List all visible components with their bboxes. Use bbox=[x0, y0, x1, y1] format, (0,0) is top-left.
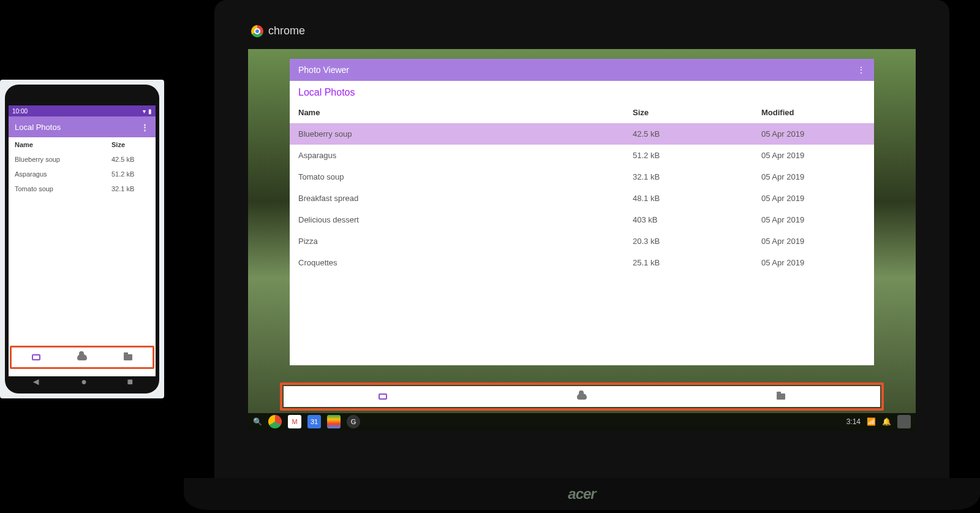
col-size: Size bbox=[633, 108, 761, 117]
chrome-logo-icon bbox=[251, 25, 263, 37]
cell-size: 42.5 kB bbox=[633, 129, 761, 139]
photo-icon bbox=[32, 354, 40, 360]
cell-modified: 05 Apr 2019 bbox=[761, 258, 865, 267]
app-bar: Photo Viewer ⋮ bbox=[290, 59, 874, 81]
cell-name: Asparagus bbox=[298, 151, 633, 160]
cell-modified: 05 Apr 2019 bbox=[761, 215, 865, 224]
overflow-menu-icon[interactable]: ⋮ bbox=[141, 123, 149, 132]
col-name: Name bbox=[298, 108, 633, 117]
phone-app-title: Local Photos bbox=[15, 123, 61, 132]
cell-size: 32.1 kB bbox=[633, 172, 761, 181]
photos-table: Name Size Modified Blueberry soup 42.5 k… bbox=[290, 102, 874, 273]
folder-icon bbox=[777, 393, 785, 400]
cell-size: 32.1 kB bbox=[111, 185, 149, 192]
phone-device-body: 10:00 ▾ ▮ Local Photos ⋮ Name Size Blueb… bbox=[5, 85, 159, 393]
cell-name: Blueberry soup bbox=[15, 156, 111, 163]
cell-size: 42.5 kB bbox=[111, 156, 149, 163]
table-header: Name Size Modified bbox=[290, 102, 874, 123]
cell-name: Blueberry soup bbox=[298, 129, 633, 139]
folder-icon bbox=[124, 354, 132, 360]
col-name: Name bbox=[15, 141, 111, 148]
back-icon[interactable]: ◄ bbox=[31, 376, 41, 387]
cell-size: 51.2 kB bbox=[111, 170, 149, 178]
wifi-icon[interactable]: 📶 bbox=[867, 417, 876, 426]
nav-cloud[interactable] bbox=[59, 349, 105, 366]
laptop-device-frame: chrome Photo Viewer ⋮ Local Photos Name … bbox=[184, 0, 980, 513]
nav-folder[interactable] bbox=[681, 386, 880, 407]
launcher-search-icon[interactable]: 🔍 bbox=[253, 417, 262, 426]
cell-size: 51.2 kB bbox=[633, 151, 761, 160]
table-row[interactable]: Croquettes 25.1 kB 05 Apr 2019 bbox=[290, 252, 874, 273]
table-row[interactable]: Asparagus 51.2 kB bbox=[9, 167, 156, 181]
cell-modified: 05 Apr 2019 bbox=[761, 172, 865, 181]
laptop-lid: chrome Photo Viewer ⋮ Local Photos Name … bbox=[214, 0, 949, 478]
photo-viewer-window: Photo Viewer ⋮ Local Photos Name Size Mo… bbox=[290, 59, 874, 365]
table-row[interactable]: Tomato soup 32.1 kB 05 Apr 2019 bbox=[290, 166, 874, 188]
taskbar-chrome-icon[interactable] bbox=[268, 415, 282, 428]
phone-clock: 10:00 bbox=[12, 108, 28, 115]
cell-modified: 05 Apr 2019 bbox=[761, 237, 865, 246]
nav-photos[interactable] bbox=[284, 386, 483, 407]
table-row[interactable]: Blueberry soup 42.5 kB 05 Apr 2019 bbox=[290, 123, 874, 145]
phone-bottomnav-highlight bbox=[10, 346, 154, 369]
laptop-brand-label: acer bbox=[568, 485, 595, 503]
phone-status-bar: 10:00 ▾ ▮ bbox=[9, 105, 156, 116]
bottom-nav bbox=[284, 386, 880, 407]
table-row[interactable]: Blueberry soup 42.5 kB bbox=[9, 152, 156, 167]
taskbar-gmail-icon[interactable]: M bbox=[288, 415, 301, 428]
cell-name: Tomato soup bbox=[298, 172, 633, 181]
cell-size: 20.3 kB bbox=[633, 237, 761, 246]
cell-name: Delicious dessert bbox=[298, 215, 633, 224]
chrome-brand: chrome bbox=[251, 25, 305, 37]
table-row[interactable]: Breakfast spread 48.1 kB 05 Apr 2019 bbox=[290, 188, 874, 209]
phone-app-bar: Local Photos ⋮ bbox=[9, 116, 156, 137]
laptop-base: acer bbox=[184, 478, 980, 510]
table-row[interactable]: Tomato soup 32.1 kB bbox=[9, 181, 156, 196]
nav-cloud[interactable] bbox=[483, 386, 682, 407]
cell-size: 403 kB bbox=[633, 215, 761, 224]
app-title: Photo Viewer bbox=[298, 65, 349, 75]
cell-name: Breakfast spread bbox=[298, 194, 633, 203]
battery-icon: ▮ bbox=[148, 108, 152, 115]
chromeos-desktop: Photo Viewer ⋮ Local Photos Name Size Mo… bbox=[248, 49, 916, 430]
avatar[interactable] bbox=[897, 415, 911, 428]
home-icon[interactable]: ● bbox=[81, 376, 87, 387]
cell-modified: 05 Apr 2019 bbox=[761, 129, 865, 139]
phone-bottom-nav bbox=[13, 349, 151, 366]
table-row[interactable]: Delicious dessert 403 kB 05 Apr 2019 bbox=[290, 209, 874, 230]
photo-icon bbox=[379, 393, 387, 400]
cloud-icon bbox=[77, 354, 87, 360]
chrome-brand-text: chrome bbox=[268, 25, 305, 37]
cloud-icon bbox=[577, 393, 587, 400]
nav-photos[interactable] bbox=[13, 349, 59, 366]
phone-content-table: Name Size Blueberry soup 42.5 kB Asparag… bbox=[9, 137, 156, 376]
cell-name: Croquettes bbox=[298, 258, 633, 267]
cell-size: 48.1 kB bbox=[633, 194, 761, 203]
android-system-nav: ◄ ● ■ bbox=[11, 376, 153, 387]
cell-modified: 05 Apr 2019 bbox=[761, 151, 865, 160]
phone-screen: 10:00 ▾ ▮ Local Photos ⋮ Name Size Blueb… bbox=[9, 105, 156, 376]
app-blank-area bbox=[290, 273, 874, 365]
table-row[interactable]: Asparagus 51.2 kB 05 Apr 2019 bbox=[290, 145, 874, 166]
wifi-icon: ▾ bbox=[143, 108, 146, 115]
taskbar-clock[interactable]: 3:14 bbox=[846, 417, 861, 426]
taskbar-app-icon[interactable]: G bbox=[347, 415, 360, 428]
taskbar-calendar-icon[interactable]: 31 bbox=[307, 415, 321, 428]
cell-modified: 05 Apr 2019 bbox=[761, 194, 865, 203]
nav-folder[interactable] bbox=[105, 349, 151, 366]
phone-device-frame: 10:00 ▾ ▮ Local Photos ⋮ Name Size Blueb… bbox=[0, 80, 164, 398]
bottomnav-highlight bbox=[280, 382, 884, 411]
recents-icon[interactable]: ■ bbox=[127, 376, 134, 387]
overflow-menu-icon[interactable]: ⋮ bbox=[857, 65, 865, 75]
notifications-icon[interactable]: 🔔 bbox=[882, 417, 891, 426]
cell-name: Pizza bbox=[298, 237, 633, 246]
col-size: Size bbox=[111, 141, 149, 148]
cell-name: Asparagus bbox=[15, 170, 111, 178]
table-row[interactable]: Pizza 20.3 kB 05 Apr 2019 bbox=[290, 230, 874, 252]
cell-name: Tomato soup bbox=[15, 185, 111, 192]
app-subtitle: Local Photos bbox=[290, 81, 874, 102]
chromeos-taskbar: 🔍 M 31 G 3:14 📶 🔔 bbox=[248, 413, 916, 430]
cell-size: 25.1 kB bbox=[633, 258, 761, 267]
taskbar-maps-icon[interactable] bbox=[327, 415, 341, 428]
phone-table-header: Name Size bbox=[9, 137, 156, 152]
